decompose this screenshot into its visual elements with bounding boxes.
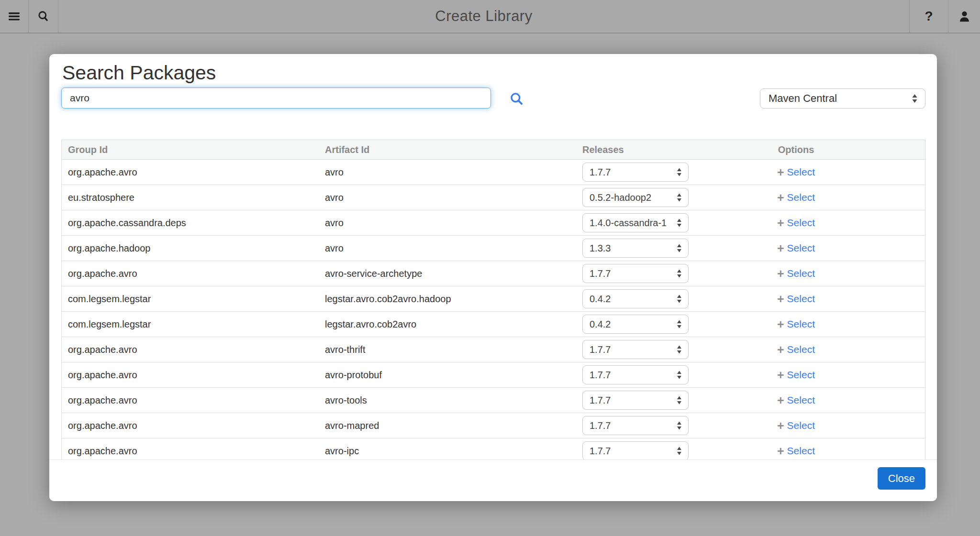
artifact-id-cell: avro <box>319 192 576 203</box>
select-arrows-icon <box>676 370 682 380</box>
release-selected-value: 0.4.2 <box>590 294 611 305</box>
artifact-id-cell: avro-thrift <box>319 344 576 355</box>
group-id-cell: org.apache.cassandra.deps <box>62 218 319 229</box>
plus-icon: + <box>777 369 784 381</box>
plus-icon: + <box>777 394 784 406</box>
select-arrows-icon <box>676 167 682 177</box>
select-package-link[interactable]: + Select <box>667 420 925 432</box>
plus-icon: + <box>777 192 784 204</box>
release-select[interactable]: 0.4.2 <box>582 289 689 308</box>
table-row: org.apache.cassandra.deps avro 1.4.0-cas… <box>62 210 925 236</box>
select-link-label: Select <box>787 445 815 457</box>
run-search-button[interactable] <box>509 91 524 107</box>
group-id-cell: org.apache.avro <box>62 167 319 178</box>
artifact-id-cell: avro <box>319 167 576 178</box>
plus-icon: + <box>777 242 784 254</box>
select-arrows-icon <box>676 218 682 228</box>
release-selected-value: 1.7.7 <box>590 446 611 457</box>
select-package-link[interactable]: + Select <box>667 242 925 254</box>
plus-icon: + <box>777 318 784 330</box>
release-select[interactable]: 0.5.2-hadoop2 <box>582 188 689 207</box>
group-id-cell: com.legsem.legstar <box>62 294 319 305</box>
release-selected-value: 1.7.7 <box>590 344 611 355</box>
select-arrows-icon <box>676 193 682 202</box>
plus-icon: + <box>777 166 784 178</box>
artifact-id-cell: avro <box>319 243 576 254</box>
select-arrows-icon <box>676 345 682 354</box>
select-link-label: Select <box>787 420 815 431</box>
plus-icon: + <box>777 293 784 305</box>
select-arrows-icon <box>676 421 682 430</box>
select-arrows-icon <box>676 269 682 278</box>
release-select[interactable]: 0.4.2 <box>582 315 689 334</box>
plus-icon: + <box>777 344 784 356</box>
repository-select[interactable]: Maven Central <box>760 88 925 109</box>
select-arrows-icon <box>911 93 918 104</box>
search-icon <box>509 91 524 107</box>
select-package-link[interactable]: + Select <box>667 293 925 305</box>
plus-icon: + <box>777 217 784 229</box>
table-row: eu.stratosphere avro 0.5.2-hadoop2 + Sel… <box>62 185 925 210</box>
select-link-label: Select <box>787 268 815 279</box>
release-select[interactable]: 1.7.7 <box>582 264 689 283</box>
select-package-link[interactable]: + Select <box>667 318 925 330</box>
release-selected-value: 1.7.7 <box>590 370 611 381</box>
select-link-label: Select <box>787 318 815 330</box>
select-link-label: Select <box>787 394 815 406</box>
table-row: org.apache.avro avro-mapred 1.7.7 + Sele… <box>62 413 925 438</box>
plus-icon: + <box>777 420 784 432</box>
release-select[interactable]: 1.7.7 <box>582 416 689 435</box>
release-select[interactable]: 1.7.7 <box>582 340 689 359</box>
release-select[interactable]: 1.7.7 <box>582 365 689 384</box>
select-link-label: Select <box>787 242 815 254</box>
close-button[interactable]: Close <box>878 467 925 490</box>
table-row: org.apache.avro avro-thrift 1.7.7 + Sele… <box>62 337 925 362</box>
table-row: org.apache.avro avro 1.7.7 + Select <box>62 160 925 185</box>
select-package-link[interactable]: + Select <box>667 394 925 406</box>
release-select[interactable]: 1.7.7 <box>582 163 689 182</box>
select-package-link[interactable]: + Select <box>667 166 925 178</box>
select-package-link[interactable]: + Select <box>667 369 925 381</box>
select-package-link[interactable]: + Select <box>667 192 925 204</box>
search-packages-modal: Search Packages Maven Central Gr <box>49 54 937 501</box>
group-id-cell: org.apache.hadoop <box>62 243 319 254</box>
column-header-artifact-id: Artifact Id <box>319 144 576 155</box>
artifact-id-cell: avro-service-archetype <box>319 268 576 279</box>
release-select[interactable]: 1.7.7 <box>582 441 689 459</box>
artifact-id-cell: legstar.avro.cob2avro <box>319 319 576 330</box>
artifact-id-cell: avro-ipc <box>319 446 576 457</box>
release-selected-value: 1.7.7 <box>590 420 611 431</box>
column-header-options: Options <box>667 144 925 155</box>
select-package-link[interactable]: + Select <box>667 268 925 280</box>
package-search-input[interactable] <box>61 88 491 109</box>
table-header-row: Group Id Artifact Id Releases Options <box>62 140 925 160</box>
select-arrows-icon <box>676 294 682 304</box>
select-package-link[interactable]: + Select <box>667 445 925 457</box>
repository-selected-value: Maven Central <box>768 92 837 105</box>
select-link-label: Select <box>787 344 815 355</box>
release-selected-value: 0.4.2 <box>590 319 611 330</box>
select-link-label: Select <box>787 293 815 305</box>
select-arrows-icon <box>676 395 682 405</box>
table-row: org.apache.hadoop avro 1.3.3 + Select <box>62 236 925 261</box>
table-row: com.legsem.legstar legstar.avro.cob2avro… <box>62 286 925 312</box>
search-row: Maven Central <box>61 88 925 109</box>
plus-icon: + <box>777 268 784 280</box>
group-id-cell: org.apache.avro <box>62 370 319 381</box>
table-row: org.apache.avro avro-tools 1.7.7 + Selec… <box>62 388 925 413</box>
artifact-id-cell: avro-tools <box>319 395 576 406</box>
select-package-link[interactable]: + Select <box>667 344 925 356</box>
table-row: org.apache.avro avro-service-archetype 1… <box>62 261 925 286</box>
results-table: Group Id Artifact Id Releases Options or… <box>61 140 925 459</box>
select-arrows-icon <box>676 319 682 329</box>
artifact-id-cell: avro-protobuf <box>319 370 576 381</box>
artifact-id-cell: avro-mapred <box>319 420 576 431</box>
artifact-id-cell: avro <box>319 218 576 229</box>
select-package-link[interactable]: + Select <box>667 217 925 229</box>
release-select[interactable]: 1.7.7 <box>582 391 689 410</box>
table-row: org.apache.avro avro-protobuf 1.7.7 + Se… <box>62 362 925 388</box>
release-select[interactable]: 1.4.0-cassandra-1 <box>582 213 689 232</box>
group-id-cell: org.apache.avro <box>62 446 319 457</box>
select-link-label: Select <box>787 166 815 178</box>
release-select[interactable]: 1.3.3 <box>582 239 689 258</box>
